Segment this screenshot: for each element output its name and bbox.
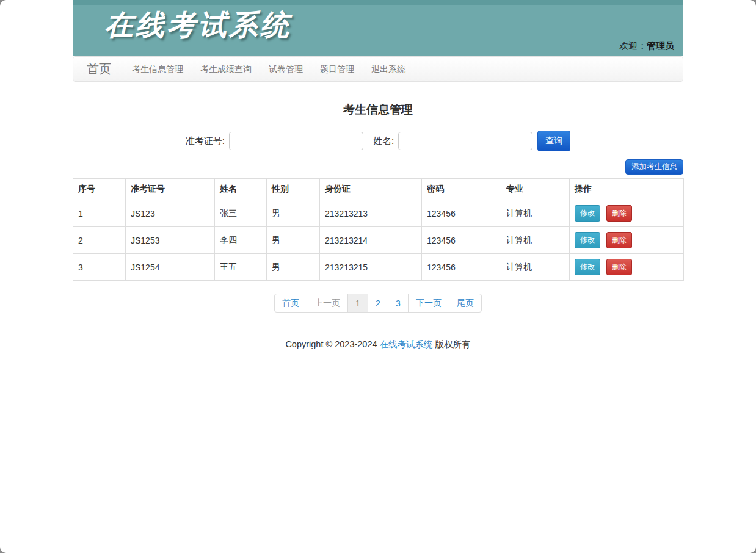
pagination-first[interactable]: 首页 [274,294,307,313]
cell-ticket: JS1254 [126,254,215,281]
header-banner: 在线考试系统 欢迎：管理员 [73,0,683,56]
username: 管理员 [647,40,674,51]
col-header-name: 姓名 [215,179,267,200]
page-title: 考生信息管理 [73,102,683,118]
cell-ticket: JS1253 [126,227,215,254]
nav-item-question-mgmt[interactable]: 题目管理 [311,57,363,81]
welcome-text: 欢迎：管理员 [619,40,674,52]
col-header-gender: 性别 [267,179,320,200]
cell-index: 2 [73,227,126,254]
cell-name: 张三 [215,200,267,227]
ticket-number-input[interactable] [229,132,363,150]
col-header-major: 专业 [501,179,570,200]
delete-button[interactable]: 删除 [606,232,632,248]
col-header-index: 序号 [73,179,126,200]
cell-idcard: 213213215 [320,254,422,281]
cell-gender: 男 [267,254,320,281]
cell-idcard: 213213213 [320,200,422,227]
cell-password: 123456 [422,254,501,281]
cell-gender: 男 [267,200,320,227]
table-header-row: 序号 准考证号 姓名 性别 身份证 密码 专业 操作 [73,179,684,200]
nav-item-home[interactable]: 首页 [73,61,123,78]
delete-button[interactable]: 删除 [606,259,632,275]
cell-name: 李四 [215,227,267,254]
pagination-page-2[interactable]: 2 [368,294,388,313]
query-button[interactable]: 查询 [537,131,570,151]
copyright-suffix: 版权所有 [433,339,471,349]
nav-item-score-query[interactable]: 考生成绩查询 [192,57,260,81]
delete-button[interactable]: 删除 [606,205,632,222]
cell-idcard: 213213214 [320,227,422,254]
add-candidate-button[interactable]: 添加考生信息 [625,159,683,175]
welcome-label: 欢迎： [619,40,647,51]
copyright-prefix: Copyright © 2023-2024 [285,339,379,349]
col-header-ticket: 准考证号 [126,179,215,200]
cell-actions: 修改 删除 [570,200,684,227]
table-row: 3 JS1254 王五 男 213213215 123456 计算机 修改 删除 [73,254,684,281]
col-header-actions: 操作 [570,179,684,200]
col-header-password: 密码 [422,179,501,200]
nav-item-paper-mgmt[interactable]: 试卷管理 [260,57,311,81]
table-row: 2 JS1253 李四 男 213213214 123456 计算机 修改 删除 [73,227,684,254]
edit-button[interactable]: 修改 [575,205,600,222]
cell-major: 计算机 [501,227,570,254]
candidate-table: 序号 准考证号 姓名 性别 身份证 密码 专业 操作 1 JS123 张三 男 … [73,178,684,281]
cell-password: 123456 [422,200,501,227]
cell-index: 1 [73,200,126,227]
table-row: 1 JS123 张三 男 213213213 123456 计算机 修改 删除 [73,200,684,227]
cell-major: 计算机 [501,200,570,227]
site-title: 在线考试系统 [104,6,291,45]
browser-window: 在线考试系统 欢迎：管理员 首页 考生信息管理 考生成绩查询 试卷管理 题目管理… [0,0,756,553]
nav-item-logout[interactable]: 退出系统 [363,57,414,81]
cell-major: 计算机 [501,254,570,281]
page-container: 在线考试系统 欢迎：管理员 首页 考生信息管理 考生成绩查询 试卷管理 题目管理… [73,0,683,350]
col-header-idcard: 身份证 [320,179,422,200]
cell-password: 123456 [422,227,501,254]
pagination-page-3[interactable]: 3 [388,294,409,313]
ticket-number-label: 准考证号: [186,136,225,147]
footer-copyright: Copyright © 2023-2024 在线考试系统 版权所有 [73,339,683,350]
pagination-wrap: 首页 上一页 1 2 3 下一页 尾页 [73,294,683,313]
cell-actions: 修改 删除 [570,254,684,281]
cell-ticket: JS123 [126,200,215,227]
nav-item-candidate-info[interactable]: 考生信息管理 [123,57,192,81]
pagination-page-1[interactable]: 1 [347,294,368,313]
pagination-next[interactable]: 下一页 [408,294,449,313]
cell-index: 3 [73,254,126,281]
cell-name: 王五 [215,254,267,281]
edit-button[interactable]: 修改 [575,232,600,248]
search-bar: 准考证号: 姓名: 查询 [73,131,683,151]
cell-actions: 修改 删除 [570,227,684,254]
pagination-last[interactable]: 尾页 [449,294,482,313]
pagination-prev[interactable]: 上一页 [307,294,348,313]
banner-top-strip [73,0,683,5]
cell-gender: 男 [267,227,320,254]
name-input[interactable] [398,132,532,150]
footer-site-link[interactable]: 在线考试系统 [380,339,433,349]
pagination: 首页 上一页 1 2 3 下一页 尾页 [274,294,482,313]
main-navbar: 首页 考生信息管理 考生成绩查询 试卷管理 题目管理 退出系统 [73,56,683,82]
name-label: 姓名: [373,136,394,147]
edit-button[interactable]: 修改 [575,259,600,275]
add-button-row: 添加考生信息 [73,159,683,175]
